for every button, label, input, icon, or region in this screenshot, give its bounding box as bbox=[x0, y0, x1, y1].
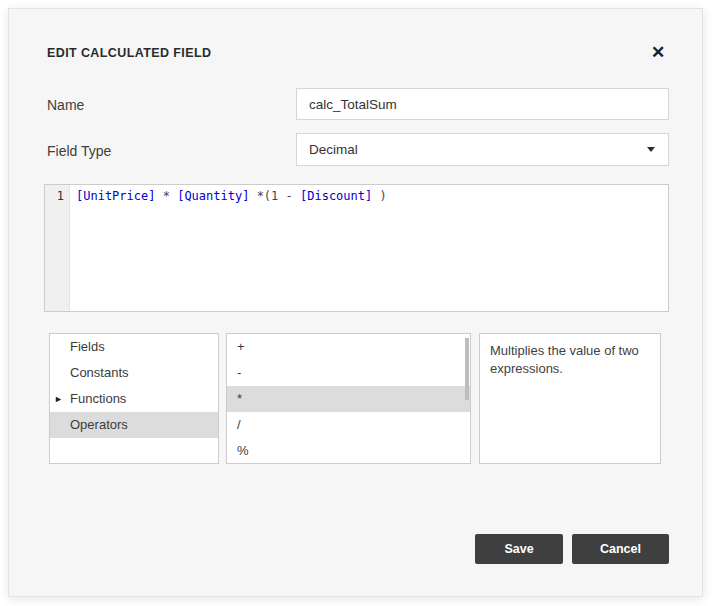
list-item-label: * bbox=[237, 391, 242, 406]
list-item[interactable]: Operators bbox=[50, 412, 218, 438]
name-label: Name bbox=[47, 97, 84, 113]
operator-list-panel: +-*/% bbox=[226, 333, 471, 464]
field-type-value: Decimal bbox=[309, 142, 358, 157]
list-item[interactable]: % bbox=[227, 438, 470, 464]
editor-gutter: 1 bbox=[45, 185, 70, 311]
chevron-down-icon bbox=[647, 147, 655, 152]
save-button[interactable]: Save bbox=[475, 534, 563, 564]
list-item[interactable]: - bbox=[227, 360, 470, 386]
list-item[interactable]: / bbox=[227, 412, 470, 438]
list-item[interactable]: + bbox=[227, 334, 470, 360]
list-item[interactable]: * bbox=[227, 386, 470, 412]
list-item-label: Operators bbox=[70, 417, 128, 432]
line-number: 1 bbox=[57, 189, 64, 203]
list-item-label: / bbox=[237, 417, 241, 432]
scrollbar-thumb[interactable] bbox=[465, 338, 469, 400]
field-type-label: Field Type bbox=[47, 143, 111, 159]
list-item[interactable]: Constants bbox=[50, 360, 218, 386]
category-list-panel: FieldsConstants►FunctionsOperators bbox=[49, 333, 219, 464]
operator-token: * bbox=[155, 189, 177, 203]
expression-line[interactable]: [UnitPrice] * [Quantity] *(1 - [Discount… bbox=[70, 185, 668, 311]
list-item-label: % bbox=[237, 443, 249, 458]
category-list: FieldsConstants►FunctionsOperators bbox=[50, 334, 218, 438]
operator-list: +-*/% bbox=[227, 334, 470, 464]
cancel-button[interactable]: Cancel bbox=[572, 534, 669, 564]
name-input[interactable] bbox=[296, 88, 669, 120]
description-panel: Multiplies the value of two expressions. bbox=[479, 333, 661, 464]
list-item-label: Functions bbox=[70, 391, 126, 406]
close-icon[interactable]: ✕ bbox=[647, 42, 669, 64]
edit-calculated-field-dialog: EDIT CALCULATED FIELD ✕ Name Field Type … bbox=[8, 8, 703, 597]
list-item[interactable]: ►Functions bbox=[50, 386, 218, 412]
field-token: [Quantity] bbox=[177, 189, 249, 203]
field-token: [UnitPrice] bbox=[76, 189, 155, 203]
list-item-label: Constants bbox=[70, 365, 129, 380]
scrollbar-track bbox=[464, 335, 469, 464]
operator-token: *(1 - bbox=[249, 189, 300, 203]
list-item-label: + bbox=[237, 339, 245, 354]
operator-description: Multiplies the value of two expressions. bbox=[480, 334, 660, 386]
field-token: [Discount] bbox=[300, 189, 372, 203]
dialog-title: EDIT CALCULATED FIELD bbox=[47, 46, 211, 60]
field-type-select[interactable]: Decimal bbox=[296, 133, 669, 166]
operator-token: ) bbox=[372, 189, 386, 203]
list-item-label: Fields bbox=[70, 339, 105, 354]
expression-editor[interactable]: 1 [UnitPrice] * [Quantity] *(1 - [Discou… bbox=[44, 184, 669, 312]
list-item[interactable]: Fields bbox=[50, 334, 218, 360]
expand-arrow-icon[interactable]: ► bbox=[54, 386, 68, 412]
list-item-label: - bbox=[237, 365, 241, 380]
